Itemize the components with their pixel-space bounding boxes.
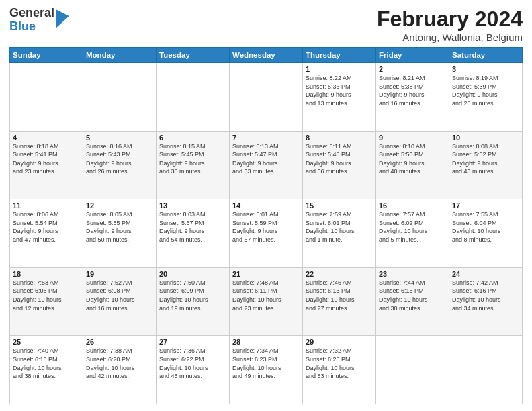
calendar-cell: 23Sunrise: 7:44 AM Sunset: 6:15 PM Dayli…: [376, 267, 449, 336]
calendar-week-row: 11Sunrise: 8:06 AM Sunset: 5:54 PM Dayli…: [10, 199, 523, 268]
day-number: 9: [379, 134, 446, 142]
header: General Blue February 2024 Antoing, Wall…: [9, 7, 523, 43]
calendar-cell: [157, 63, 230, 132]
calendar-cell: 15Sunrise: 7:59 AM Sunset: 6:01 PM Dayli…: [303, 199, 376, 268]
calendar-cell: [83, 63, 157, 132]
day-number: 27: [159, 338, 226, 346]
day-number: 20: [159, 270, 226, 278]
calendar-title: February 2024: [377, 7, 523, 32]
weekday-header-thursday: Thursday: [303, 48, 376, 63]
calendar-cell: 1Sunrise: 8:22 AM Sunset: 5:36 PM Daylig…: [303, 63, 376, 132]
day-info: Sunrise: 7:40 AM Sunset: 6:18 PM Dayligh…: [13, 347, 80, 380]
logo-general: General: [9, 7, 54, 20]
day-info: Sunrise: 7:32 AM Sunset: 6:25 PM Dayligh…: [306, 347, 373, 380]
svg-marker-0: [56, 9, 69, 28]
day-number: 19: [86, 270, 153, 278]
calendar-cell: 26Sunrise: 7:38 AM Sunset: 6:20 PM Dayli…: [83, 336, 157, 404]
calendar-cell: 8Sunrise: 8:11 AM Sunset: 5:48 PM Daylig…: [303, 131, 376, 199]
weekday-header-row: SundayMondayTuesdayWednesdayThursdayFrid…: [10, 48, 523, 63]
day-number: 15: [306, 201, 373, 210]
day-number: 22: [306, 270, 373, 278]
day-info: Sunrise: 8:15 AM Sunset: 5:45 PM Dayligh…: [159, 142, 226, 176]
weekday-header-wednesday: Wednesday: [230, 48, 303, 63]
calendar-cell: [10, 63, 83, 132]
calendar-cell: 13Sunrise: 8:03 AM Sunset: 5:57 PM Dayli…: [157, 199, 230, 268]
calendar-cell: 14Sunrise: 8:01 AM Sunset: 5:59 PM Dayli…: [230, 199, 303, 268]
day-number: 12: [86, 201, 153, 210]
day-info: Sunrise: 8:01 AM Sunset: 5:59 PM Dayligh…: [232, 210, 300, 244]
calendar-cell: 10Sunrise: 8:08 AM Sunset: 5:52 PM Dayli…: [449, 131, 523, 199]
calendar-cell: 12Sunrise: 8:05 AM Sunset: 5:55 PM Dayli…: [83, 199, 157, 268]
day-number: 7: [232, 134, 300, 142]
day-number: 25: [13, 338, 80, 346]
day-number: 10: [452, 134, 519, 142]
day-number: 21: [232, 270, 300, 278]
day-number: 26: [86, 338, 153, 346]
day-info: Sunrise: 7:44 AM Sunset: 6:15 PM Dayligh…: [379, 279, 446, 312]
calendar-cell: 22Sunrise: 7:46 AM Sunset: 6:13 PM Dayli…: [303, 267, 376, 336]
calendar-cell: 27Sunrise: 7:36 AM Sunset: 6:22 PM Dayli…: [157, 336, 230, 404]
calendar-cell: 9Sunrise: 8:10 AM Sunset: 5:50 PM Daylig…: [376, 131, 449, 199]
day-info: Sunrise: 7:53 AM Sunset: 6:06 PM Dayligh…: [13, 279, 80, 312]
logo-blue: Blue: [9, 20, 54, 34]
calendar-table: SundayMondayTuesdayWednesdayThursdayFrid…: [9, 47, 523, 404]
day-info: Sunrise: 8:03 AM Sunset: 5:57 PM Dayligh…: [159, 210, 226, 244]
day-number: 6: [159, 134, 226, 142]
day-number: 13: [159, 201, 226, 210]
day-number: 18: [13, 270, 80, 278]
calendar-page: General Blue February 2024 Antoing, Wall…: [0, 0, 532, 411]
calendar-cell: 16Sunrise: 7:57 AM Sunset: 6:02 PM Dayli…: [376, 199, 449, 268]
calendar-cell: 25Sunrise: 7:40 AM Sunset: 6:18 PM Dayli…: [10, 336, 83, 404]
weekday-header-monday: Monday: [83, 48, 157, 63]
day-info: Sunrise: 7:52 AM Sunset: 6:08 PM Dayligh…: [86, 279, 153, 312]
calendar-cell: 20Sunrise: 7:50 AM Sunset: 6:09 PM Dayli…: [157, 267, 230, 336]
calendar-cell: 3Sunrise: 8:19 AM Sunset: 5:39 PM Daylig…: [449, 63, 523, 132]
day-info: Sunrise: 7:46 AM Sunset: 6:13 PM Dayligh…: [306, 279, 373, 312]
day-info: Sunrise: 8:10 AM Sunset: 5:50 PM Dayligh…: [379, 142, 446, 176]
day-info: Sunrise: 7:38 AM Sunset: 6:20 PM Dayligh…: [86, 347, 153, 380]
day-number: 24: [452, 270, 519, 278]
calendar-cell: [449, 336, 523, 404]
logo: General Blue: [9, 7, 69, 34]
calendar-cell: 5Sunrise: 8:16 AM Sunset: 5:43 PM Daylig…: [83, 131, 157, 199]
calendar-cell: 7Sunrise: 8:13 AM Sunset: 5:47 PM Daylig…: [230, 131, 303, 199]
day-info: Sunrise: 8:06 AM Sunset: 5:54 PM Dayligh…: [13, 210, 80, 244]
calendar-cell: 18Sunrise: 7:53 AM Sunset: 6:06 PM Dayli…: [10, 267, 83, 336]
calendar-cell: 21Sunrise: 7:48 AM Sunset: 6:11 PM Dayli…: [230, 267, 303, 336]
calendar-week-row: 18Sunrise: 7:53 AM Sunset: 6:06 PM Dayli…: [10, 267, 523, 336]
calendar-cell: 17Sunrise: 7:55 AM Sunset: 6:04 PM Dayli…: [449, 199, 523, 268]
calendar-cell: 2Sunrise: 8:21 AM Sunset: 5:38 PM Daylig…: [376, 63, 449, 132]
calendar-cell: 6Sunrise: 8:15 AM Sunset: 5:45 PM Daylig…: [157, 131, 230, 199]
calendar-week-row: 1Sunrise: 8:22 AM Sunset: 5:36 PM Daylig…: [10, 63, 523, 132]
calendar-week-row: 4Sunrise: 8:18 AM Sunset: 5:41 PM Daylig…: [10, 131, 523, 199]
logo-icon: [56, 9, 69, 28]
day-number: 1: [306, 65, 373, 73]
day-info: Sunrise: 8:08 AM Sunset: 5:52 PM Dayligh…: [452, 142, 519, 176]
calendar-cell: 19Sunrise: 7:52 AM Sunset: 6:08 PM Dayli…: [83, 267, 157, 336]
day-number: 23: [379, 270, 446, 278]
day-number: 5: [86, 134, 153, 142]
day-info: Sunrise: 8:16 AM Sunset: 5:43 PM Dayligh…: [86, 142, 153, 176]
calendar-subtitle: Antoing, Wallonia, Belgium: [377, 32, 523, 43]
logo-text: General Blue: [9, 7, 54, 34]
day-info: Sunrise: 8:22 AM Sunset: 5:36 PM Dayligh…: [306, 74, 373, 107]
day-number: 2: [379, 65, 446, 73]
day-info: Sunrise: 8:05 AM Sunset: 5:55 PM Dayligh…: [86, 210, 153, 244]
weekday-header-saturday: Saturday: [449, 48, 523, 63]
day-info: Sunrise: 7:50 AM Sunset: 6:09 PM Dayligh…: [159, 279, 226, 312]
day-number: 28: [232, 338, 300, 346]
day-info: Sunrise: 7:36 AM Sunset: 6:22 PM Dayligh…: [159, 347, 226, 380]
day-info: Sunrise: 7:57 AM Sunset: 6:02 PM Dayligh…: [379, 210, 446, 244]
calendar-cell: [230, 63, 303, 132]
calendar-week-row: 25Sunrise: 7:40 AM Sunset: 6:18 PM Dayli…: [10, 336, 523, 404]
day-number: 8: [306, 134, 373, 142]
calendar-cell: 28Sunrise: 7:34 AM Sunset: 6:23 PM Dayli…: [230, 336, 303, 404]
weekday-header-friday: Friday: [376, 48, 449, 63]
weekday-header-sunday: Sunday: [10, 48, 83, 63]
calendar-cell: 11Sunrise: 8:06 AM Sunset: 5:54 PM Dayli…: [10, 199, 83, 268]
day-number: 29: [306, 338, 373, 346]
day-info: Sunrise: 7:55 AM Sunset: 6:04 PM Dayligh…: [452, 210, 519, 244]
day-number: 17: [452, 201, 519, 210]
day-number: 16: [379, 201, 446, 210]
day-info: Sunrise: 7:59 AM Sunset: 6:01 PM Dayligh…: [306, 210, 373, 244]
